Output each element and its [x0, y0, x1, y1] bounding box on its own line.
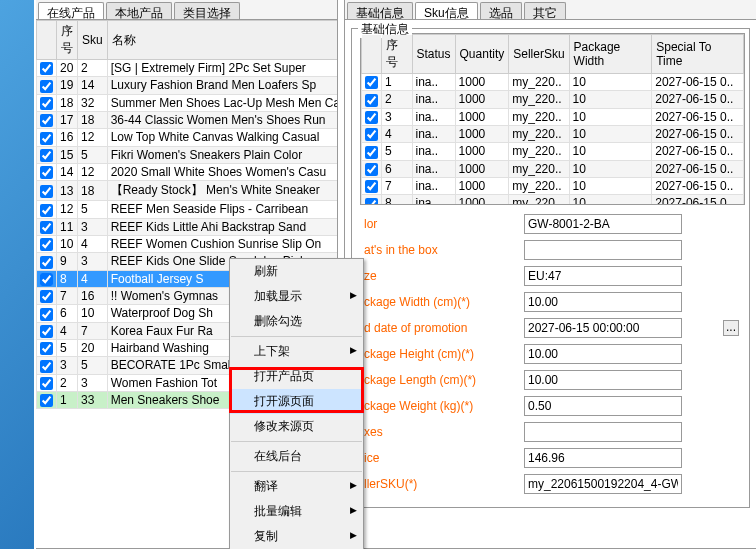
row-checkbox[interactable] — [365, 76, 378, 89]
form-input[interactable] — [524, 370, 682, 390]
row-checkbox[interactable] — [365, 128, 378, 141]
cell-sku: 3 — [78, 253, 108, 270]
menu-item[interactable]: 批量编辑▶ — [230, 499, 363, 524]
table-row[interactable]: 8ina..1000my_220..102027-06-15 0.. — [362, 195, 744, 205]
row-checkbox[interactable] — [40, 325, 53, 338]
table-row[interactable]: 1612Low Top White Canvas Walking Casual — [37, 129, 338, 146]
row-checkbox[interactable] — [365, 146, 378, 159]
table-row[interactable]: 14122020 Small White Shoes Women's Casu — [37, 163, 338, 180]
row-checkbox[interactable] — [365, 198, 378, 205]
table-row[interactable]: 202[SG | Extremely Firm] 2Pc Set Super — [37, 60, 338, 77]
form-input[interactable] — [524, 344, 682, 364]
table-row[interactable]: 171836-44 Classic Women Men's Shoes Run — [37, 111, 338, 128]
form-label: ckage Width (cm)(*) — [364, 295, 524, 309]
row-checkbox[interactable] — [365, 111, 378, 124]
cell-sku: 12 — [78, 129, 108, 146]
menu-item[interactable]: 加载显示▶ — [230, 284, 363, 309]
tab-select[interactable]: 选品 — [480, 2, 522, 19]
form-input[interactable] — [524, 318, 682, 338]
form-row: ckage Width (cm)(*) — [364, 291, 741, 313]
row-checkbox[interactable] — [365, 180, 378, 193]
tab-local-product[interactable]: 本地产品 — [106, 2, 172, 19]
table-row[interactable]: 155Fikri Women's Sneakers Plain Color — [37, 146, 338, 163]
menu-item[interactable]: 刷新 — [230, 259, 363, 284]
sku-col-sellersku[interactable]: SellerSku — [509, 35, 569, 74]
cell-seq: 15 — [57, 146, 78, 163]
cell: 10 — [569, 125, 652, 142]
form-input[interactable] — [524, 396, 682, 416]
tab-sku[interactable]: Sku信息 — [415, 2, 478, 19]
row-checkbox[interactable] — [365, 163, 378, 176]
row-checkbox[interactable] — [40, 97, 53, 110]
row-checkbox[interactable] — [40, 377, 53, 390]
menu-item[interactable]: 翻译▶ — [230, 474, 363, 499]
sku-col-qty[interactable]: Quantity — [455, 35, 509, 74]
menu-item[interactable]: 修改来源页 — [230, 414, 363, 439]
row-checkbox[interactable] — [40, 273, 53, 286]
row-checkbox[interactable] — [40, 308, 53, 321]
table-row[interactable]: 3ina..1000my_220..102027-06-15 0.. — [362, 108, 744, 125]
cell-name: Low Top White Canvas Walking Casual — [107, 129, 337, 146]
menu-item[interactable]: 删除勾选 — [230, 309, 363, 334]
row-checkbox[interactable] — [40, 290, 53, 303]
row-checkbox[interactable] — [40, 221, 53, 234]
form-input[interactable] — [524, 292, 682, 312]
table-row[interactable]: 5ina..1000my_220..102027-06-15 0.. — [362, 143, 744, 160]
sku-col-special[interactable]: Special To Time — [652, 35, 744, 74]
left-tabs: 在线产品 本地产品 类目选择 — [36, 0, 337, 20]
context-menu[interactable]: 刷新加载显示▶删除勾选上下架▶打开产品页打开源页面修改来源页在线后台翻译▶批量编… — [229, 258, 364, 549]
table-row[interactable]: 113REEF Kids Little Ahi Backstrap Sand — [37, 218, 338, 235]
row-checkbox[interactable] — [40, 185, 53, 198]
form-input[interactable] — [524, 266, 682, 286]
col-sku[interactable]: Sku — [78, 21, 108, 60]
row-checkbox[interactable] — [365, 94, 378, 107]
menu-item[interactable]: 打开源页面 — [230, 389, 363, 414]
row-checkbox[interactable] — [40, 256, 53, 269]
row-checkbox[interactable] — [40, 394, 53, 407]
menu-item[interactable]: 上下架▶ — [230, 339, 363, 364]
row-checkbox[interactable] — [40, 360, 53, 373]
tab-basic[interactable]: 基础信息 — [347, 2, 413, 19]
table-row[interactable]: 1318【Ready Stock】 Men's White Sneaker — [37, 181, 338, 201]
row-checkbox[interactable] — [40, 149, 53, 162]
table-row[interactable]: 2ina..1000my_220..102027-06-15 0.. — [362, 91, 744, 108]
menu-item[interactable]: 复制▶ — [230, 524, 363, 549]
date-picker-button[interactable]: ... — [723, 320, 739, 336]
table-row[interactable]: 4ina..1000my_220..102027-06-15 0.. — [362, 125, 744, 142]
tab-online-product[interactable]: 在线产品 — [38, 2, 104, 19]
row-checkbox[interactable] — [40, 114, 53, 127]
form-input[interactable] — [524, 422, 682, 442]
row-checkbox[interactable] — [40, 238, 53, 251]
sku-col-seq[interactable]: 序号 — [382, 35, 413, 74]
table-row[interactable]: 7ina..1000my_220..102027-06-15 0.. — [362, 177, 744, 194]
menu-item[interactable]: 在线后台 — [230, 444, 363, 469]
tab-other[interactable]: 其它 — [524, 2, 566, 19]
table-row[interactable]: 1832Summer Men Shoes Lac-Up Mesh Men Ca — [37, 94, 338, 111]
sku-col-pkgwidth[interactable]: Package Width — [569, 35, 652, 74]
form-input[interactable] — [524, 448, 682, 468]
form-input[interactable] — [524, 214, 682, 234]
row-checkbox[interactable] — [40, 132, 53, 145]
table-row[interactable]: 104REEF Women Cushion Sunrise Slip On — [37, 235, 338, 252]
col-seq[interactable]: 序号 — [57, 21, 78, 60]
row-checkbox[interactable] — [40, 204, 53, 217]
row-checkbox[interactable] — [40, 166, 53, 179]
table-row[interactable]: 6ina..1000my_220..102027-06-15 0.. — [362, 160, 744, 177]
form-input[interactable] — [524, 240, 682, 260]
form-input[interactable] — [524, 474, 682, 494]
cell-sku: 5 — [78, 146, 108, 163]
cell: my_220.. — [509, 143, 569, 160]
col-name[interactable]: 名称 — [107, 21, 337, 60]
table-row[interactable]: 1914Luxury Fashion Brand Men Loafers Sp — [37, 77, 338, 94]
sku-grid[interactable]: 序号 Status Quantity SellerSku Package Wid… — [360, 33, 745, 205]
cell-sku: 10 — [78, 305, 108, 322]
row-checkbox[interactable] — [40, 342, 53, 355]
table-row[interactable]: 1ina..1000my_220..102027-06-15 0.. — [362, 74, 744, 91]
table-row[interactable]: 125REEF Men Seaside Flips - Carribean — [37, 201, 338, 218]
sku-col-status[interactable]: Status — [412, 35, 455, 74]
row-checkbox[interactable] — [40, 80, 53, 93]
menu-item[interactable]: 打开产品页 — [230, 364, 363, 389]
cell-sku: 20 — [78, 339, 108, 356]
row-checkbox[interactable] — [40, 62, 53, 75]
tab-category[interactable]: 类目选择 — [174, 2, 240, 19]
